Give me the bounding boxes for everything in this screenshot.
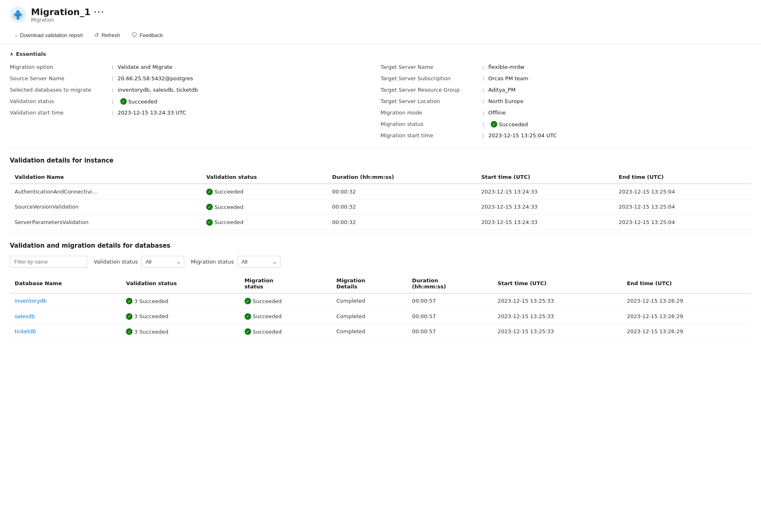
cell-end-time: 2023-12-15 13:26:29 bbox=[622, 324, 751, 339]
filter-bar: Validation status All Succeeded Failed M… bbox=[10, 256, 751, 268]
validation-status-select[interactable]: All Succeeded Failed bbox=[141, 256, 184, 268]
filter-by-name-input[interactable] bbox=[10, 256, 87, 268]
col-validation-name: Validation Name bbox=[10, 171, 201, 184]
migration-status-filter-label: Migration status bbox=[191, 259, 234, 265]
header-text: Migration_1 ··· Migration bbox=[31, 7, 105, 23]
migration-status-text: Succeeded bbox=[253, 298, 282, 304]
db-link[interactable]: salesdb bbox=[15, 313, 35, 319]
label-selected-db: Selected databases to migrate bbox=[10, 87, 112, 93]
feedback-icon: 🗨 bbox=[131, 32, 137, 38]
value-source-server: : 20.66.25.58:5432@postgres bbox=[112, 75, 193, 81]
table-row: salesdb ✓ 3 Succeeded ✓ Succeeded Comple… bbox=[10, 309, 751, 324]
feedback-label: Feedback bbox=[139, 32, 163, 38]
download-icon: ↓ bbox=[15, 32, 18, 38]
cell-validation-status: ✓ Succeeded bbox=[201, 215, 327, 230]
cell-start-time: 2023-12-15 13:25:33 bbox=[493, 324, 622, 339]
cell-db-name[interactable]: ticketdb bbox=[10, 324, 121, 339]
col-duration: Duration(hh:mm:ss) bbox=[407, 274, 493, 293]
col-end-time: End time (UTC) bbox=[622, 274, 751, 293]
refresh-icon: ↺ bbox=[94, 32, 99, 38]
validation-status-badge: ✓ Succeeded bbox=[120, 98, 157, 105]
col-start-time: Start time (UTC) bbox=[493, 274, 622, 293]
page-subtitle: Migration bbox=[31, 17, 105, 23]
cell-validation-status: ✓ 3 Succeeded bbox=[121, 309, 239, 324]
label-validation-status: Validation status bbox=[10, 98, 112, 104]
refresh-label: Refresh bbox=[101, 32, 120, 38]
cell-migration-status: ✓ Succeeded bbox=[240, 309, 332, 324]
essentials-right: Target Server Name : flexible-mrdw Targe… bbox=[381, 62, 752, 142]
cell-end-time: 2023-12-15 13:26:29 bbox=[622, 309, 751, 324]
validation-status-filter-label: Validation status bbox=[94, 259, 138, 265]
table-row: SourceVersionValidation ✓ Succeeded 00:0… bbox=[10, 199, 751, 215]
cell-db-name[interactable]: inventorydb bbox=[10, 293, 121, 309]
cell-end-time: 2023-12-15 13:26:29 bbox=[622, 293, 751, 309]
table-row: inventorydb ✓ 3 Succeeded ✓ Succeeded Co… bbox=[10, 293, 751, 309]
label-target-rg: Target Server Resource Group bbox=[381, 87, 483, 93]
chevron-icon: ∧ bbox=[10, 51, 13, 57]
status-text: Succeeded bbox=[214, 189, 243, 195]
migration-status-text: Succeeded bbox=[253, 329, 282, 335]
cell-migration-status: ✓ Succeeded bbox=[240, 293, 332, 309]
validation-instance-table: Validation Name Validation status Durati… bbox=[10, 171, 751, 230]
validation-instance-title: Validation details for instance bbox=[10, 157, 751, 164]
table-body: inventorydb ✓ 3 Succeeded ✓ Succeeded Co… bbox=[10, 293, 751, 339]
table-row: AuthenticationAndConnectivi... ✓ Succeed… bbox=[10, 184, 751, 199]
value-target-server: : flexible-mrdw bbox=[483, 64, 525, 70]
migration-status-select[interactable]: All Succeeded Failed bbox=[237, 256, 280, 268]
label-migration-start: Migration start time bbox=[381, 132, 483, 138]
essentials-row: Migration status : ✓ Succeeded bbox=[381, 119, 752, 130]
essentials-row: Target Server Resource Group : Aditya_PM bbox=[381, 85, 752, 96]
validation-instance-section: Validation details for instance Validati… bbox=[0, 149, 761, 233]
cell-start-time: 2023-12-15 13:25:33 bbox=[493, 293, 622, 309]
cell-start-time: 2023-12-15 13:25:33 bbox=[493, 309, 622, 324]
cell-end-time: 2023-12-15 13:25:04 bbox=[614, 184, 751, 199]
success-icon: ✓ bbox=[120, 98, 127, 105]
label-target-subscription: Target Server Subscription bbox=[381, 75, 483, 81]
table-body: AuthenticationAndConnectivi... ✓ Succeed… bbox=[10, 184, 751, 230]
value-target-subscription: : Orcas PM team bbox=[483, 75, 529, 81]
db-link[interactable]: inventorydb bbox=[15, 298, 46, 304]
cell-db-name[interactable]: salesdb bbox=[10, 309, 121, 324]
essentials-row: Target Server Location : North Europe bbox=[381, 96, 752, 108]
download-report-button[interactable]: ↓ Download validation report bbox=[10, 29, 88, 41]
validation-status-text: 3 Succeeded bbox=[134, 298, 168, 304]
success-icon: ✓ bbox=[245, 298, 251, 304]
value-target-rg: : Aditya_PM bbox=[483, 87, 516, 93]
cell-duration: 00:00:32 bbox=[327, 184, 476, 199]
success-icon: ✓ bbox=[206, 219, 213, 226]
migration-status-badge: ✓ Succeeded bbox=[491, 121, 528, 128]
db-link[interactable]: ticketdb bbox=[15, 328, 36, 334]
value-validation-status: : ✓ Succeeded bbox=[112, 98, 157, 105]
feedback-button[interactable]: 🗨 Feedback bbox=[126, 29, 168, 41]
essentials-grid: Migration option : Validate and Migrate … bbox=[10, 62, 751, 142]
label-target-server: Target Server Name bbox=[381, 64, 483, 70]
success-icon: ✓ bbox=[206, 189, 213, 195]
more-options-icon[interactable]: ··· bbox=[94, 8, 105, 16]
success-icon: ✓ bbox=[126, 313, 132, 320]
essentials-row: Migration start time : 2023-12-15 13:25:… bbox=[381, 130, 752, 142]
essentials-row: Validation start time : 2023-12-15 13:24… bbox=[10, 108, 381, 119]
cell-duration: 00:00:57 bbox=[407, 293, 493, 309]
success-icon: ✓ bbox=[126, 298, 132, 304]
col-end-time: End time (UTC) bbox=[614, 171, 751, 184]
cell-start-time: 2023-12-15 13:24:33 bbox=[476, 215, 614, 230]
col-validation-status: Validation status bbox=[201, 171, 327, 184]
essentials-section: ∧ Essentials Migration option : Validate… bbox=[0, 44, 761, 148]
svg-rect-3 bbox=[17, 15, 19, 18]
refresh-button[interactable]: ↺ Refresh bbox=[89, 29, 125, 41]
col-start-time: Start time (UTC) bbox=[476, 171, 614, 184]
table-row: ticketdb ✓ 3 Succeeded ✓ Succeeded Compl… bbox=[10, 324, 751, 339]
cell-duration: 00:00:57 bbox=[407, 324, 493, 339]
cell-migration-details: Completed bbox=[331, 324, 407, 339]
essentials-row: Selected databases to migrate : inventor… bbox=[10, 85, 381, 96]
value-migration-start: : 2023-12-15 13:25:04 UTC bbox=[483, 132, 557, 138]
cell-migration-status: ✓ Succeeded bbox=[240, 324, 332, 339]
essentials-left: Migration option : Validate and Migrate … bbox=[10, 62, 381, 142]
cell-start-time: 2023-12-15 13:24:33 bbox=[476, 199, 614, 215]
validation-databases-section: Validation and migration details for dat… bbox=[0, 234, 761, 343]
essentials-row: Target Server Name : flexible-mrdw bbox=[381, 62, 752, 73]
cell-validation-name: AuthenticationAndConnectivi... bbox=[10, 184, 201, 199]
value-migration-option: : Validate and Migrate bbox=[112, 64, 172, 70]
validation-databases-title: Validation and migration details for dat… bbox=[10, 242, 751, 249]
col-migration-details: MigrationDetails bbox=[331, 274, 407, 293]
